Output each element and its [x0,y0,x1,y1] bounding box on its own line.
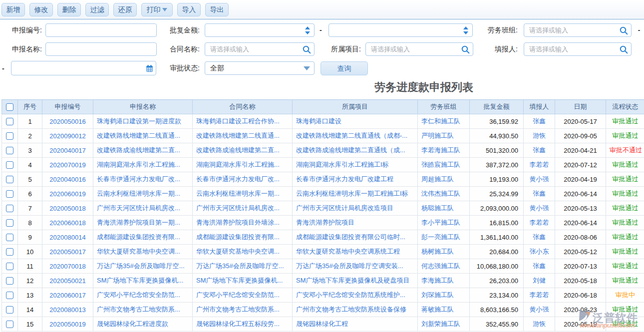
svg-text:www.fanpusoft.com: www.fanpusoft.com [580,322,635,329]
